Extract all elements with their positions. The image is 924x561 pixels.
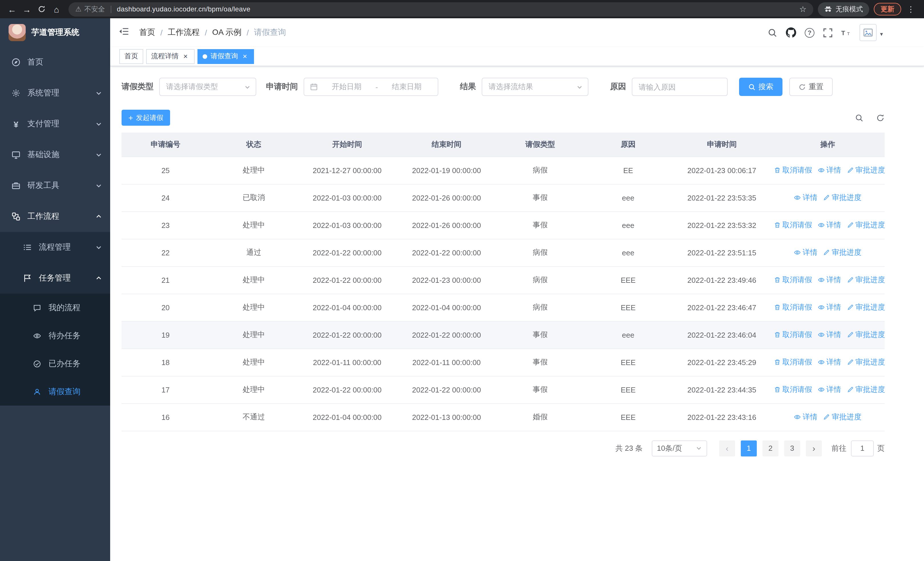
goto-page-input[interactable] [851,440,874,456]
tab-process-detail[interactable]: 流程详情 × [146,49,195,64]
help-icon[interactable]: ? [805,28,814,38]
cancel-leave-link[interactable]: 取消请假 [774,220,812,230]
cancel-leave-link[interactable]: 取消请假 [774,275,812,285]
prev-page-button[interactable]: ‹ [719,440,735,456]
user-avatar[interactable] [860,24,877,41]
leave-type-select[interactable]: 请选择请假类型 [159,78,256,96]
approval-progress-link[interactable]: 审批进度 [823,412,861,422]
toggle-search-icon[interactable] [855,113,864,122]
address-bar[interactable]: ⚠ 不安全 dashboard.yudao.iocoder.cn/bpm/oa/… [69,2,813,16]
browser-menu-icon[interactable]: ⋮ [903,2,918,17]
cell-apply: 2022-01-22 23:53:35 [673,184,771,211]
sidebar-item-infrastructure[interactable]: 基础设施 [0,139,110,170]
breadcrumb-home[interactable]: 首页 [139,27,155,38]
close-icon[interactable]: × [182,52,189,60]
approval-progress-link[interactable]: 审批进度 [823,193,861,203]
cell-start: 2022-01-22 00:00:00 [298,266,396,294]
approval-progress-link[interactable]: 审批进度 [847,302,885,313]
detail-link[interactable]: 详情 [794,247,818,258]
approval-progress-link[interactable]: 审批进度 [847,357,885,367]
cell-type: 病假 [497,266,584,294]
browser-forward-icon[interactable]: → [20,2,34,17]
avatar-dropdown-caret-icon[interactable]: ▾ [880,31,883,37]
detail-link[interactable]: 详情 [818,385,841,395]
sidebar: 芋道管理系统 首页 系统管理 ¥ 支付管理 [0,18,110,561]
sidebar-item-done-tasks[interactable]: 已办任务 [0,350,110,378]
approval-progress-link[interactable]: 审批进度 [847,385,885,395]
reset-button-label: 重置 [809,82,824,92]
page-size-select[interactable]: 10条/页 [652,440,707,456]
approval-progress-link[interactable]: 审批进度 [847,329,885,340]
cell-reason: EEE [584,266,673,294]
browser-back-icon[interactable]: ← [4,2,20,17]
sidebar-item-pending-tasks[interactable]: 待办任务 [0,322,110,350]
cell-actions: 取消请假详情审批进度 [771,376,885,403]
update-button[interactable]: 更新 [874,3,901,15]
table-row: 21处理中2022-01-22 00:00:002022-01-23 00:00… [122,266,885,294]
cancel-leave-link[interactable]: 取消请假 [774,165,812,175]
browser-home-icon[interactable]: ⌂ [49,2,64,17]
search-icon[interactable] [768,28,777,38]
cell-reason: EEE [584,294,673,321]
page-button-2[interactable]: 2 [762,440,778,456]
refresh-table-icon[interactable] [876,113,885,122]
tab-leave-query[interactable]: 请假查询 × [198,49,254,64]
sidebar-item-system[interactable]: 系统管理 [0,78,110,108]
breadcrumb-workflow[interactable]: 工作流程 [168,27,200,38]
reason-label: 原因 [610,82,626,92]
sidebar-item-home[interactable]: 首页 [0,47,110,78]
table-row: 19处理中2022-01-22 00:00:002022-01-22 00:00… [122,321,885,349]
cell-end: 2022-01-23 00:00:00 [396,266,497,294]
apply-time-range-picker[interactable]: 开始日期 - 结束日期 [304,78,438,96]
total-count: 共 23 条 [615,443,643,453]
browser-refresh-icon[interactable] [34,2,49,17]
github-icon[interactable] [786,27,796,38]
bookmark-star-icon[interactable]: ☆ [799,5,806,14]
cell-type: 事假 [497,321,584,349]
page-button-3[interactable]: 3 [784,440,800,456]
cancel-leave-link[interactable]: 取消请假 [774,302,812,313]
approval-progress-link[interactable]: 审批进度 [847,165,885,175]
sidebar-collapse-icon[interactable] [119,27,130,38]
fullscreen-icon[interactable] [823,28,832,38]
sidebar-item-task-management[interactable]: 任务管理 [0,263,110,294]
close-icon[interactable]: × [241,52,249,60]
cell-apply: 2022-01-23 00:06:17 [673,156,771,184]
font-size-icon[interactable]: TT [841,28,851,38]
sidebar-item-payment[interactable]: ¥ 支付管理 [0,108,110,139]
next-page-button[interactable]: › [806,440,822,456]
sidebar-item-devtools[interactable]: 研发工具 [0,170,110,201]
cancel-leave-link[interactable]: 取消请假 [774,357,812,367]
search-button[interactable]: 搜索 [739,78,783,96]
detail-link[interactable]: 详情 [818,220,841,230]
detail-link[interactable]: 详情 [818,165,841,175]
sidebar-item-process-management[interactable]: 流程管理 [0,232,110,263]
cancel-leave-link[interactable]: 取消请假 [774,385,812,395]
detail-link[interactable]: 详情 [794,412,818,422]
approval-progress-link[interactable]: 审批进度 [847,275,885,285]
detail-link[interactable]: 详情 [818,302,841,313]
cancel-leave-link[interactable]: 取消请假 [774,329,812,340]
tab-home[interactable]: 首页 [119,49,143,64]
approval-progress-link[interactable]: 审批进度 [847,220,885,230]
cell-apply: 2022-01-22 23:49:46 [673,266,771,294]
result-select[interactable]: 请选择流结果 [482,78,588,96]
pagination: 共 23 条 10条/页 ‹ 1 2 3 › 前往 页 [122,440,885,456]
detail-link[interactable]: 详情 [794,193,818,203]
page-button-1[interactable]: 1 [741,440,757,456]
detail-link[interactable]: 详情 [818,275,841,285]
breadcrumb-current: 请假查询 [254,27,286,38]
detail-link[interactable]: 详情 [818,357,841,367]
sidebar-item-workflow[interactable]: 工作流程 [0,201,110,232]
logo[interactable]: 芋道管理系统 [0,18,110,47]
reset-button[interactable]: 重置 [789,78,832,96]
approval-progress-link[interactable]: 审批进度 [823,247,861,258]
sidebar-item-my-processes[interactable]: 我的流程 [0,294,110,322]
sidebar-item-leave-query[interactable]: 请假查询 [0,378,110,406]
breadcrumb-oa-example[interactable]: OA 示例 [212,27,242,38]
create-leave-button[interactable]: + 发起请假 [122,110,170,126]
detail-link[interactable]: 详情 [818,329,841,340]
reason-input[interactable] [632,78,728,96]
cell-id: 22 [122,239,210,266]
cell-actions: 取消请假详情审批进度 [771,156,885,184]
